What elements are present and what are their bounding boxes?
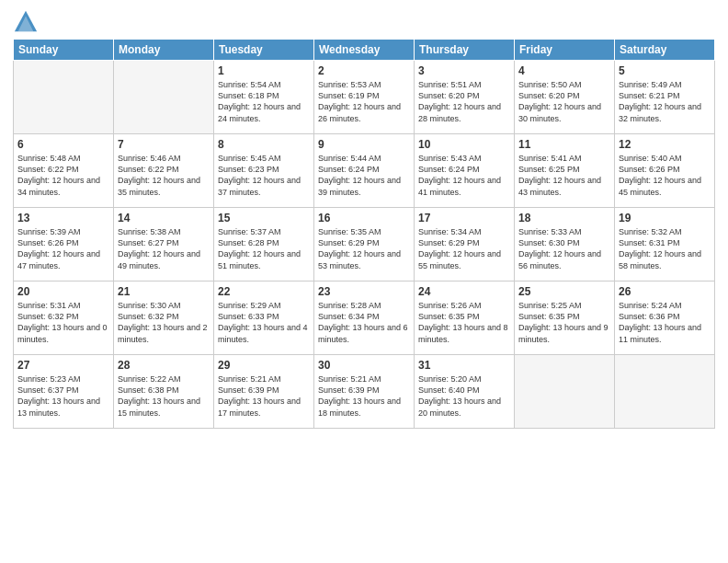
calendar-week-1: 1Sunrise: 5:54 AM Sunset: 6:18 PM Daylig… xyxy=(14,61,715,134)
day-info: Sunrise: 5:32 AM Sunset: 6:31 PM Dayligh… xyxy=(619,226,711,271)
calendar-cell: 14Sunrise: 5:38 AM Sunset: 6:27 PM Dayli… xyxy=(114,208,214,282)
day-number: 1 xyxy=(218,63,310,78)
day-number: 28 xyxy=(118,358,210,373)
day-info: Sunrise: 5:29 AM Sunset: 6:33 PM Dayligh… xyxy=(218,300,310,345)
calendar-cell: 23Sunrise: 5:28 AM Sunset: 6:34 PM Dayli… xyxy=(314,282,415,355)
day-number: 12 xyxy=(619,137,711,152)
day-number: 17 xyxy=(418,211,510,225)
calendar-cell: 6Sunrise: 5:48 AM Sunset: 6:22 PM Daylig… xyxy=(14,134,114,208)
day-number: 23 xyxy=(318,284,410,299)
day-info: Sunrise: 5:23 AM Sunset: 6:37 PM Dayligh… xyxy=(17,373,109,419)
calendar-cell: 11Sunrise: 5:41 AM Sunset: 6:25 PM Dayli… xyxy=(515,134,615,208)
day-number: 30 xyxy=(318,358,410,373)
day-number: 21 xyxy=(118,284,210,299)
calendar-cell: 21Sunrise: 5:30 AM Sunset: 6:32 PM Dayli… xyxy=(114,282,214,355)
day-info: Sunrise: 5:48 AM Sunset: 6:22 PM Dayligh… xyxy=(17,153,109,198)
calendar-cell: 31Sunrise: 5:20 AM Sunset: 6:40 PM Dayli… xyxy=(415,355,515,429)
day-number: 9 xyxy=(318,137,410,152)
calendar-week-4: 20Sunrise: 5:31 AM Sunset: 6:32 PM Dayli… xyxy=(14,282,715,355)
calendar-cell: 3Sunrise: 5:51 AM Sunset: 6:20 PM Daylig… xyxy=(415,61,515,134)
day-number: 27 xyxy=(17,358,109,373)
calendar-cell: 7Sunrise: 5:46 AM Sunset: 6:22 PM Daylig… xyxy=(114,134,214,208)
day-info: Sunrise: 5:38 AM Sunset: 6:27 PM Dayligh… xyxy=(118,226,210,271)
calendar-cell: 27Sunrise: 5:23 AM Sunset: 6:37 PM Dayli… xyxy=(14,355,114,429)
day-info: Sunrise: 5:51 AM Sunset: 6:20 PM Dayligh… xyxy=(418,79,510,124)
calendar-week-5: 27Sunrise: 5:23 AM Sunset: 6:37 PM Dayli… xyxy=(14,355,715,429)
calendar-cell: 4Sunrise: 5:50 AM Sunset: 6:20 PM Daylig… xyxy=(515,61,615,134)
day-number: 13 xyxy=(17,211,109,225)
calendar-cell: 9Sunrise: 5:44 AM Sunset: 6:24 PM Daylig… xyxy=(314,134,415,208)
calendar-cell: 16Sunrise: 5:35 AM Sunset: 6:29 PM Dayli… xyxy=(314,208,415,282)
day-number: 22 xyxy=(218,284,310,299)
day-number: 10 xyxy=(418,137,510,152)
day-info: Sunrise: 5:22 AM Sunset: 6:38 PM Dayligh… xyxy=(118,373,210,419)
day-info: Sunrise: 5:35 AM Sunset: 6:29 PM Dayligh… xyxy=(318,226,410,271)
calendar-cell: 13Sunrise: 5:39 AM Sunset: 6:26 PM Dayli… xyxy=(14,208,114,282)
weekday-saturday: Saturday xyxy=(615,40,715,61)
calendar-week-2: 6Sunrise: 5:48 AM Sunset: 6:22 PM Daylig… xyxy=(14,134,715,208)
day-info: Sunrise: 5:44 AM Sunset: 6:24 PM Dayligh… xyxy=(318,153,410,198)
day-info: Sunrise: 5:30 AM Sunset: 6:32 PM Dayligh… xyxy=(118,300,210,345)
day-number: 4 xyxy=(518,63,610,78)
calendar-cell: 24Sunrise: 5:26 AM Sunset: 6:35 PM Dayli… xyxy=(415,282,515,355)
day-info: Sunrise: 5:45 AM Sunset: 6:23 PM Dayligh… xyxy=(218,153,310,198)
day-number: 6 xyxy=(17,137,109,152)
calendar-cell: 29Sunrise: 5:21 AM Sunset: 6:39 PM Dayli… xyxy=(214,355,314,429)
logo xyxy=(13,9,40,35)
calendar-cell: 26Sunrise: 5:24 AM Sunset: 6:36 PM Dayli… xyxy=(615,282,715,355)
day-info: Sunrise: 5:21 AM Sunset: 6:39 PM Dayligh… xyxy=(318,373,410,419)
day-number: 5 xyxy=(619,63,711,78)
day-number: 11 xyxy=(518,137,610,152)
day-number: 24 xyxy=(418,284,510,299)
calendar-cell: 20Sunrise: 5:31 AM Sunset: 6:32 PM Dayli… xyxy=(14,282,114,355)
calendar-cell xyxy=(515,355,615,429)
day-info: Sunrise: 5:26 AM Sunset: 6:35 PM Dayligh… xyxy=(418,300,510,345)
weekday-friday: Friday xyxy=(515,40,615,61)
calendar-cell: 28Sunrise: 5:22 AM Sunset: 6:38 PM Dayli… xyxy=(114,355,214,429)
day-info: Sunrise: 5:34 AM Sunset: 6:29 PM Dayligh… xyxy=(418,226,510,271)
day-number: 20 xyxy=(17,284,109,299)
day-info: Sunrise: 5:25 AM Sunset: 6:35 PM Dayligh… xyxy=(518,300,610,345)
calendar-cell: 12Sunrise: 5:40 AM Sunset: 6:26 PM Dayli… xyxy=(615,134,715,208)
header xyxy=(13,9,715,35)
calendar-cell: 15Sunrise: 5:37 AM Sunset: 6:28 PM Dayli… xyxy=(214,208,314,282)
day-info: Sunrise: 5:24 AM Sunset: 6:36 PM Dayligh… xyxy=(619,300,711,345)
day-number: 18 xyxy=(518,211,610,225)
day-info: Sunrise: 5:31 AM Sunset: 6:32 PM Dayligh… xyxy=(17,300,109,345)
calendar-cell: 2Sunrise: 5:53 AM Sunset: 6:19 PM Daylig… xyxy=(314,61,415,134)
day-number: 19 xyxy=(619,211,711,225)
day-info: Sunrise: 5:43 AM Sunset: 6:24 PM Dayligh… xyxy=(418,153,510,198)
day-number: 25 xyxy=(518,284,610,299)
calendar-cell: 5Sunrise: 5:49 AM Sunset: 6:21 PM Daylig… xyxy=(615,61,715,134)
calendar-cell: 8Sunrise: 5:45 AM Sunset: 6:23 PM Daylig… xyxy=(214,134,314,208)
calendar-week-3: 13Sunrise: 5:39 AM Sunset: 6:26 PM Dayli… xyxy=(14,208,715,282)
day-info: Sunrise: 5:50 AM Sunset: 6:20 PM Dayligh… xyxy=(518,79,610,124)
day-info: Sunrise: 5:54 AM Sunset: 6:18 PM Dayligh… xyxy=(218,79,310,124)
day-info: Sunrise: 5:20 AM Sunset: 6:40 PM Dayligh… xyxy=(418,373,510,419)
calendar-cell: 1Sunrise: 5:54 AM Sunset: 6:18 PM Daylig… xyxy=(214,61,314,134)
calendar-cell xyxy=(615,355,715,429)
day-info: Sunrise: 5:41 AM Sunset: 6:25 PM Dayligh… xyxy=(518,153,610,198)
day-info: Sunrise: 5:40 AM Sunset: 6:26 PM Dayligh… xyxy=(619,153,711,198)
day-number: 31 xyxy=(418,358,510,373)
day-number: 16 xyxy=(318,211,410,225)
day-number: 26 xyxy=(619,284,711,299)
calendar-cell: 19Sunrise: 5:32 AM Sunset: 6:31 PM Dayli… xyxy=(615,208,715,282)
day-info: Sunrise: 5:21 AM Sunset: 6:39 PM Dayligh… xyxy=(218,373,310,419)
day-info: Sunrise: 5:53 AM Sunset: 6:19 PM Dayligh… xyxy=(318,79,410,124)
day-number: 8 xyxy=(218,137,310,152)
day-info: Sunrise: 5:28 AM Sunset: 6:34 PM Dayligh… xyxy=(318,300,410,345)
day-info: Sunrise: 5:49 AM Sunset: 6:21 PM Dayligh… xyxy=(619,79,711,124)
day-info: Sunrise: 5:39 AM Sunset: 6:26 PM Dayligh… xyxy=(17,226,109,271)
calendar-cell: 30Sunrise: 5:21 AM Sunset: 6:39 PM Dayli… xyxy=(314,355,415,429)
calendar-cell: 22Sunrise: 5:29 AM Sunset: 6:33 PM Dayli… xyxy=(214,282,314,355)
calendar-table: SundayMondayTuesdayWednesdayThursdayFrid… xyxy=(13,39,715,429)
logo-icon xyxy=(13,9,39,35)
weekday-sunday: Sunday xyxy=(14,40,114,61)
calendar-cell xyxy=(114,61,214,134)
day-info: Sunrise: 5:37 AM Sunset: 6:28 PM Dayligh… xyxy=(218,226,310,271)
calendar-cell: 17Sunrise: 5:34 AM Sunset: 6:29 PM Dayli… xyxy=(415,208,515,282)
weekday-tuesday: Tuesday xyxy=(214,40,314,61)
calendar-cell: 10Sunrise: 5:43 AM Sunset: 6:24 PM Dayli… xyxy=(415,134,515,208)
day-info: Sunrise: 5:33 AM Sunset: 6:30 PM Dayligh… xyxy=(518,226,610,271)
